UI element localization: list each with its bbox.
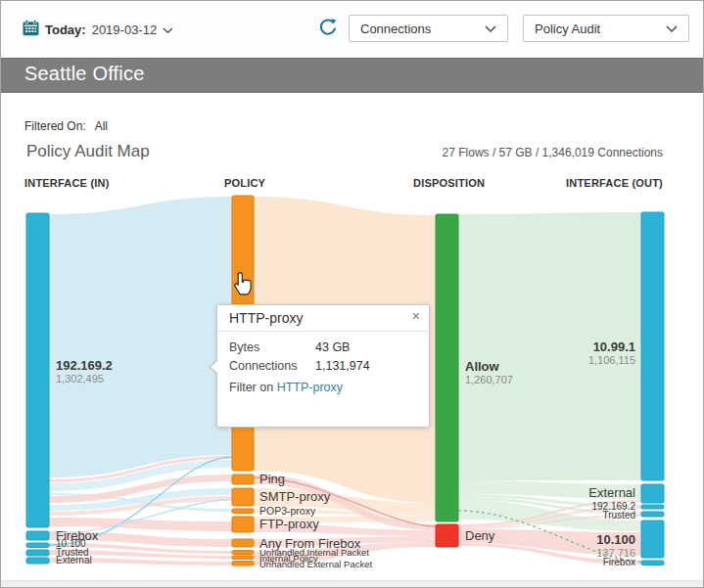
totals-summary: 27 Flows / 57 GB / 1,346,019 Connections: [443, 146, 663, 159]
node-in-trusted[interactable]: [26, 550, 49, 556]
node-po-uip[interactable]: [232, 551, 254, 555]
flow-in-192169-2→po-http[interactable]: [49, 197, 232, 477]
node-po-pop3[interactable]: [232, 509, 254, 514]
filtered-on-value: All: [95, 119, 108, 133]
node-po-ftp[interactable]: [232, 517, 254, 532]
tooltip-row: Connections 1,131,974: [229, 359, 417, 373]
flow-di-allow→out-10-99-1[interactable]: [458, 212, 641, 480]
node-out-10-99-1[interactable]: [641, 212, 664, 480]
column-header-disposition: DISPOSITION: [413, 177, 485, 189]
node-di-allow[interactable]: [436, 214, 458, 521]
filter-on-http-proxy-link[interactable]: HTTP-proxy: [277, 381, 343, 394]
node-out-firebox[interactable]: [641, 561, 664, 565]
flow-flow[interactable]: [49, 558, 232, 565]
tooltip-connections-value: 1,131,974: [315, 359, 370, 373]
tooltip-filter-link-row: Filter on HTTP-proxy: [229, 381, 417, 394]
node-out-10-100[interactable]: [641, 520, 664, 558]
tooltip-http-proxy: HTTP-proxy × Bytes 43 GB Connections 1,1…: [216, 304, 430, 428]
filter-on-label: Filter on: [229, 381, 277, 394]
tooltip-row: Bytes 43 GB: [229, 340, 417, 354]
node-in-192169-2[interactable]: [26, 213, 49, 527]
node-di-deny[interactable]: [436, 524, 458, 547]
column-header-interface-in: INTERFACE (IN): [24, 177, 110, 189]
node-po-smtp[interactable]: [232, 488, 254, 506]
sankey-diagram: [1, 1, 704, 588]
tooltip-bytes-label: Bytes: [229, 340, 315, 354]
filtered-on-label: Filtered On:: [24, 119, 86, 133]
node-out-trusted[interactable]: [641, 512, 664, 517]
column-header-interface-out: INTERFACE (OUT): [566, 177, 663, 189]
filtered-on: Filtered On:All: [24, 119, 108, 133]
close-icon[interactable]: ×: [412, 308, 420, 325]
tooltip-title: HTTP-proxy: [229, 310, 303, 326]
tooltip-bytes-value: 43 GB: [315, 340, 350, 354]
node-in-firebox[interactable]: [26, 531, 49, 540]
node-in-external[interactable]: [26, 558, 49, 564]
node-po-ip[interactable]: [232, 556, 254, 560]
node-out-192169-2[interactable]: [641, 505, 664, 509]
tooltip-connections-label: Connections: [229, 359, 315, 373]
node-out-external[interactable]: [641, 484, 664, 503]
node-in-10-100[interactable]: [26, 543, 49, 548]
app-window: Today: 2019-03-12 Connections Policy Aud…: [0, 0, 704, 588]
node-po-uep[interactable]: [232, 562, 254, 566]
page-title: Policy Audit Map: [26, 142, 150, 161]
node-po-ping[interactable]: [232, 475, 254, 484]
node-po-anyff[interactable]: [232, 539, 254, 547]
column-header-policy: POLICY: [224, 177, 265, 189]
